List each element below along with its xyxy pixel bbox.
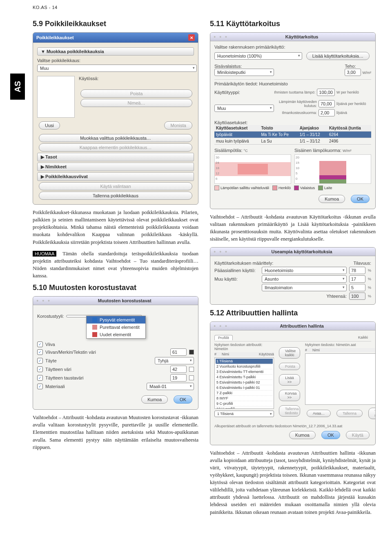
color-swatch[interactable] [189, 350, 194, 355]
us-r2-select[interactable]: Asunto [262, 275, 347, 283]
window-title: Muutosten korostustavat [98, 298, 151, 303]
teho-input[interactable]: 3,00 [345, 69, 361, 76]
lisaa-kt-button[interactable]: Lisää käyttötarkoituksia… [306, 52, 370, 60]
chart-r-title: Sisäinen lämpökuorma: [294, 148, 341, 153]
th2[interactable]: Toisto [259, 125, 298, 132]
paragraph-poikki: Poikkileikkaukset-ikkunassa muokataan ja… [33, 209, 198, 246]
th4[interactable]: Käytössä (tuntia [327, 125, 371, 132]
uusi-button[interactable]: Uusi [39, 121, 60, 129]
tab-profiilit[interactable]: Profiilit [214, 335, 233, 340]
r3-input[interactable]: 2,00 [318, 109, 335, 116]
paragraph-huomaa: HUOMAA Tämän ohella standardoituja teräs… [33, 250, 198, 280]
ok-button[interactable]: OK [321, 431, 340, 439]
left-hdr: Nykyisen tiedoston attribuutit: Nimetön [214, 343, 274, 351]
lisaa-button[interactable]: Lisää >> [279, 374, 300, 386]
kumoa-button[interactable]: Kumoa [318, 195, 345, 203]
ktyyppi-select[interactable]: Muu [214, 105, 274, 112]
kayta-button[interactable]: Käytä [346, 431, 370, 439]
heading-5-11: 5.11 Käyttötarkoitus [210, 20, 376, 28]
us-r3-select[interactable]: Ilmastoimaton [262, 284, 347, 291]
chk-tayte[interactable]: ✓ [37, 358, 43, 364]
muokkaa-valittua-button[interactable]: Muokkaa valittua poikkileikkausta… [39, 134, 192, 142]
label-valitse: Valitse poikkileikkaus: [37, 58, 194, 63]
valitse-kaikki-button[interactable]: Valitse kaikki [279, 347, 300, 359]
kayttotarkoitus-window: Käyttötarkoitus Valitse rakennuksen prim… [210, 32, 376, 209]
accordion-nimikkeet[interactable]: ▶ Nimikkeet [37, 163, 194, 171]
label-tayttevari: Täytteen väri [45, 367, 168, 372]
tallenna-tiedosto-button[interactable]: Tallenna tiedosto [279, 405, 300, 417]
useampia-window: Useampia käyttötarkoituksia Käyttötarkoi… [210, 247, 376, 305]
chk-materiaali[interactable]: ✓ [37, 384, 43, 389]
us-r2-v[interactable]: 17 [349, 275, 365, 283]
chart-lampokuorma: 20151050 [294, 154, 371, 184]
us-r3-v[interactable]: 5 [349, 284, 365, 291]
leg-hen: Henkilö [278, 186, 291, 190]
chart-sisalampotila: 302418126 [214, 154, 291, 184]
close-icon[interactable]: ✕ [188, 34, 195, 41]
poista-button[interactable]: Poista [279, 363, 300, 370]
chart-r-unit: W/m² [343, 149, 352, 153]
poikkileikkaus-select[interactable]: Muu [37, 65, 197, 72]
label-kaytossa: Käytössä: [79, 76, 194, 81]
chk-viivavari[interactable]: ✓ [37, 349, 43, 355]
ok-button[interactable]: OK [351, 195, 370, 203]
menu-item-purettavat[interactable]: Purettavat elementit [87, 324, 145, 331]
monista-button[interactable]: Monista [164, 121, 192, 129]
ok-button[interactable]: OK [174, 395, 192, 404]
leg-range: Lämpötilan sallittu vaihteluväli [220, 186, 269, 190]
tallenna-nimella-button[interactable]: Tallenna nimellä… [368, 408, 376, 419]
attr-right-list[interactable] [305, 353, 376, 405]
attr-left-list[interactable]: 1 Tilisienä2 Vuoriluoto korostusprofiili… [214, 357, 274, 409]
materiaali-select[interactable]: Maali-01 [147, 383, 194, 390]
hdr-primtiedot: Primäärikäytön tiedot: Huonetoimisto [214, 79, 371, 86]
window-title: Käyttötarkoitus [285, 34, 318, 39]
poista-button[interactable]: Poista [80, 89, 192, 98]
accordion-muokkaa[interactable]: ▼ Muokkaa poikkileikkauksia [37, 47, 194, 56]
sisa-select[interactable]: Miniloisteputki [214, 69, 274, 76]
chk-tausta[interactable]: ✓ [37, 375, 43, 381]
chk-tayttevari[interactable]: ✓ [37, 366, 43, 372]
menu-item-pysyvat[interactable]: Pysyvät elementit [87, 316, 145, 324]
kumoa-button[interactable]: Kumoa [141, 395, 168, 404]
window-title: Attribuuttien hallinta [280, 324, 324, 328]
val-19[interactable]: 19 [170, 374, 187, 382]
bottom-select[interactable]: 1 Tilisienä [214, 411, 274, 417]
us-r1-select[interactable]: Huonetoimisto [262, 267, 347, 274]
accordion-viivat[interactable]: ▶ Poikkileikkausviivat [37, 172, 194, 181]
tayte-select[interactable]: Tyhjä [155, 357, 194, 364]
color-swatch[interactable] [189, 367, 194, 372]
color-swatch[interactable] [189, 375, 194, 380]
th1[interactable]: Käyttöasetukset [214, 125, 259, 132]
nimea-button[interactable]: Nimeä… [80, 99, 192, 107]
label-tayte: Täyte [45, 358, 152, 363]
us-r1-v[interactable]: 78 [349, 267, 365, 274]
korvaa-button[interactable]: Korvaa >> [279, 390, 300, 401]
tallenna-button[interactable]: Tallenna [336, 410, 363, 417]
chart-l-title: Sisälämpötila: [214, 148, 242, 153]
r1-input[interactable]: 100,00 [317, 89, 335, 96]
korostustyyli-menu[interactable]: Pysyvät elementit Purettavat elementit U… [86, 316, 146, 339]
label-sisa: Sisävalaistus: [214, 64, 242, 69]
val-61[interactable]: 61 [170, 348, 187, 356]
tab-kaikki[interactable]: Kaikki [355, 335, 371, 340]
hdr-aset: Käyttöasetukset: [214, 120, 371, 125]
val-42[interactable]: 42 [170, 366, 187, 373]
accordion-tasot[interactable]: ▶ Tasot [37, 153, 194, 161]
avaa-button[interactable]: Avaa… [307, 410, 331, 417]
r1-label: Ihmisten tuottama lämpö: [249, 90, 315, 94]
primary-select[interactable]: Huonetoimisto (100%) [214, 52, 302, 60]
th3[interactable]: Ajanjakso [298, 125, 327, 132]
kaappaa-button[interactable]: Kaappaa elementin poikkileikkaus… [39, 143, 192, 152]
kumoa-button[interactable]: Kumoa [289, 431, 316, 439]
table-row[interactable]: työpäivätMa Ti Ke To Pe1/1 – 31/126264 [214, 132, 371, 138]
r1-unit: W per henkilö [336, 90, 371, 94]
table-row[interactable]: muu kuin työpäiväLa Su1/1 – 31/122496 [214, 138, 371, 145]
label-viiva: Viiva [45, 342, 55, 347]
kayta-valintaan-button[interactable]: Käytä valintaan [39, 182, 192, 190]
label-ktyyppi: Käyttötyyppi: [214, 90, 247, 95]
tallenna-poikkileikkaus-button[interactable]: Tallenna poikkileikkaus [39, 192, 192, 200]
menu-item-uudet[interactable]: Uudet elementit [87, 331, 145, 338]
r2-input[interactable]: 70,00 [318, 100, 335, 107]
chk-viiva[interactable]: ✓ [37, 341, 43, 347]
page-header-ref: KO.AS - 14 [33, 5, 58, 10]
